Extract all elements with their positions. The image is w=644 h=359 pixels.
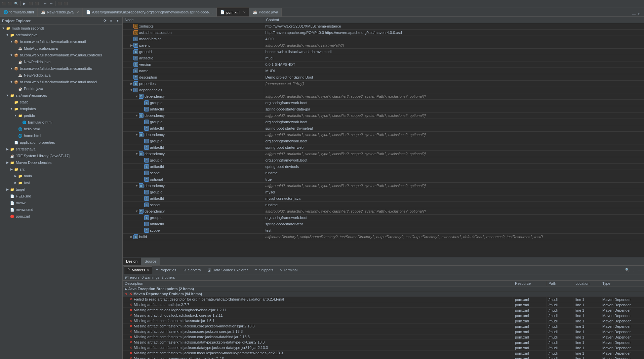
xml-arrow[interactable]: ▼	[135, 152, 139, 155]
bottom-menu-icon[interactable]: ⋮	[631, 267, 636, 273]
xml-row[interactable]: EgroupIdorg.springframework.boot	[123, 157, 644, 164]
xml-row[interactable]: ▼Edependencyalt[groupId?, artifactId?, v…	[123, 132, 644, 138]
sidebar-collapse-icon[interactable]: ≡	[109, 18, 114, 24]
xml-row[interactable]: Eoptionaltrue	[123, 176, 644, 183]
tree-item-jre[interactable]: ☕ JRE System Library [JavaSE-17]	[0, 152, 122, 159]
tree-item-src-main-res[interactable]: ▼ 📁 src/main/resources	[0, 92, 122, 99]
tree-item-newpedido-dto[interactable]: ☕ NewPedido.java	[0, 72, 122, 79]
tree-item-src2[interactable]: ▶ 📁 src	[0, 166, 122, 173]
markers-data-row[interactable]: ✕Missing artifact com.fasterxml.jackson.…	[123, 324, 644, 329]
tree-item-maven-deps[interactable]: ▶ 📁 Maven Dependencies	[0, 159, 122, 166]
markers-data-row[interactable]: ✕Failed to read artifact descriptor for …	[123, 297, 644, 302]
tree-item-pom-xml[interactable]: 🔴 pom.xml	[0, 213, 122, 220]
toolbar-icon-8[interactable]: ↪	[48, 1, 54, 6]
xml-row[interactable]: ▼Edependencyalt[groupId?, artifactId?, v…	[123, 208, 644, 215]
toolbar-icon-4[interactable]: ▶	[22, 1, 27, 6]
toolbar-icon-2[interactable]: ⬛	[7, 1, 13, 6]
tree-item-test2[interactable]: ▶ 📁 test	[0, 179, 122, 186]
th-type[interactable]: Type	[600, 281, 644, 286]
tree-item-newpedido-ctrl[interactable]: ☕ NewPedido.java	[0, 58, 122, 65]
bottom-tab-terminal[interactable]: > Terminal	[277, 266, 300, 274]
markers-data-row[interactable]: ✕Missing artifact ch.qos.logback:logback…	[123, 308, 644, 313]
arrow-src-test[interactable]: ▶	[5, 147, 9, 151]
arrow-mudi[interactable]: ▼	[1, 27, 5, 30]
xml-row[interactable]: EnameMUDI	[123, 68, 644, 74]
xml-row[interactable]: ▶Eparentalt[groupId?, artifactId?, versi…	[123, 42, 644, 49]
toolbar-icon-7[interactable]: ↩	[42, 1, 48, 6]
tab-source[interactable]: Source	[141, 258, 160, 265]
xml-row[interactable]: ▼Edependencyalt[groupId?, artifactId?, v…	[123, 113, 644, 119]
xml-row[interactable]: EdescriptionDemo project for Spring Boot	[123, 74, 644, 81]
tree-item-templates[interactable]: ▼ 📁 templates	[0, 105, 122, 112]
tab-newpedido-close[interactable]: ✕	[76, 10, 79, 14]
xml-arrow[interactable]: ▶	[129, 44, 133, 47]
tab-formulario[interactable]: 🌐 formulario.html	[0, 8, 38, 16]
arrow-main2[interactable]: ▶	[13, 174, 17, 178]
xml-row[interactable]: ▼Edependencyalt[groupId?, artifactId?, v…	[123, 151, 644, 157]
bottom-filter-icon[interactable]: 🔍	[625, 267, 630, 273]
xml-row[interactable]: EartifactIdspring-boot-starter-thymeleaf	[123, 125, 644, 132]
markers-data-row[interactable]: ✕Missing artifact com.fasterxml.jackson.…	[123, 334, 644, 340]
xml-row[interactable]: EmodelVersion4.0.0	[123, 36, 644, 42]
markers-group-row[interactable]: ▼✕Maven Dependency Problem (94 items)	[123, 291, 644, 297]
tab-pom[interactable]: 📄 pom.xml ✕	[217, 8, 249, 16]
xml-row[interactable]: ▶Ebuildalt[sourceDirectory?, scriptSourc…	[123, 234, 644, 240]
xml-row[interactable]: EartifactIdmudi	[123, 55, 644, 61]
markers-table-container[interactable]: Description Resource Path Location Type …	[123, 281, 644, 359]
arrow-pkg3[interactable]: ▼	[9, 67, 13, 70]
arrow-src-main-java[interactable]: ▼	[5, 33, 9, 37]
xml-row[interactable]: EgroupIdbr.com.web.fullstackwmariadb.mvc…	[123, 49, 644, 55]
tree-item-pkg1[interactable]: ▼ 📦 br.com.web.fullstackwmariadb.mvc.mud…	[0, 38, 122, 45]
arrow-templates[interactable]: ▼	[9, 107, 13, 110]
xml-row[interactable]: EartifactIdmysql-connector-java	[123, 195, 644, 202]
xml-row[interactable]: EgroupIdorg.springframework.boot	[123, 100, 644, 106]
bottom-minimize-icon[interactable]: —	[637, 267, 643, 273]
xml-arrow[interactable]: ▼	[135, 210, 139, 213]
arrow-src2[interactable]: ▶	[9, 168, 13, 171]
arrow-test2[interactable]: ▶	[13, 181, 17, 184]
xml-row[interactable]: EgroupIdmysql	[123, 189, 644, 195]
xml-arrow[interactable]: ▶	[129, 82, 133, 85]
markers-data-row[interactable]: ✕Missing artifact com.fasterxml.jackson.…	[123, 340, 644, 345]
markers-data-row[interactable]: ✕Missing artifact com.fasterxml.jackson.…	[123, 345, 644, 351]
tree-item-help[interactable]: 📄 HELP.md	[0, 193, 122, 199]
xml-row[interactable]: EartifactIdspring-boot-starter-data-jpa	[123, 106, 644, 113]
xml-row[interactable]: Eversion0.0.1-SNAPSHOT	[123, 61, 644, 68]
sidebar-menu-icon[interactable]: ▼	[115, 18, 120, 24]
th-description[interactable]: Description	[123, 281, 513, 286]
xml-row[interactable]: Escopetest	[123, 227, 644, 234]
th-location[interactable]: Location	[573, 281, 600, 286]
tab-minimize-icon[interactable]: —	[631, 11, 637, 16]
xml-row[interactable]: ▼Edependencies	[123, 87, 644, 93]
bottom-tab-properties[interactable]: ≡ Properties	[153, 266, 179, 274]
xml-arrow[interactable]: ▼	[135, 114, 139, 117]
xml-row[interactable]: EgroupIdorg.springframework.boot	[123, 215, 644, 221]
xml-row[interactable]: EartifactIdspring-boot-starter-web	[123, 144, 644, 151]
arrow-maven-deps[interactable]: ▶	[5, 161, 9, 164]
tab-design[interactable]: Design	[123, 258, 141, 265]
tree-item-hello-html[interactable]: 🌐 hello.html	[0, 126, 122, 132]
tab-maximize-icon[interactable]: □	[637, 11, 642, 16]
tree-item-mudi-app[interactable]: ☕ MudiApplication.java	[0, 45, 122, 52]
markers-data-row[interactable]: ✕Missing artifact com.fasterxml.jackson.…	[123, 351, 644, 356]
th-path[interactable]: Path	[547, 281, 573, 286]
xml-row[interactable]: Axmlns:xsihttp://www.w3.org/2001/XMLSche…	[123, 23, 644, 30]
xml-row[interactable]: Axsi:schemaLocationhttp://maven.apache.o…	[123, 30, 644, 36]
xml-table-container[interactable]: Node Content Axmlns:xsihttp://www.w3.org…	[123, 17, 644, 257]
xml-row[interactable]: EartifactIdspring-boot-starter-test	[123, 221, 644, 227]
th-resource[interactable]: Resource	[513, 281, 547, 286]
xml-arrow[interactable]: ▼	[135, 133, 139, 136]
bottom-tab-servers[interactable]: 🖥 Servers	[180, 266, 204, 274]
xml-row[interactable]: ▼Edependencyalt[groupId?, artifactId?, v…	[123, 93, 644, 100]
xml-arrow[interactable]: ▼	[135, 95, 139, 98]
bottom-tab-snippets[interactable]: ✂ Snippets	[251, 266, 276, 274]
arrow-pkg2[interactable]: ▼	[9, 53, 13, 57]
sidebar-sync-icon[interactable]: ⟳	[102, 18, 108, 24]
markers-data-row[interactable]: ✕Missing artifact com.jayway.jsonpath:js…	[123, 356, 644, 359]
markers-data-row[interactable]: ✕Missing artifact com.fasterxml:classmat…	[123, 318, 644, 324]
tab-pedido[interactable]: ☕ Pedido.java	[249, 8, 282, 16]
bottom-tab-markers[interactable]: ⚐ Markers ✕	[124, 266, 152, 274]
tree-item-pedido-folder[interactable]: ▼ 📁 pedido	[0, 112, 122, 119]
markers-data-row[interactable]: ✕Missing artifact ch.qos.logback:logback…	[123, 313, 644, 318]
xml-row[interactable]: EgroupIdorg.springframework.boot	[123, 119, 644, 125]
